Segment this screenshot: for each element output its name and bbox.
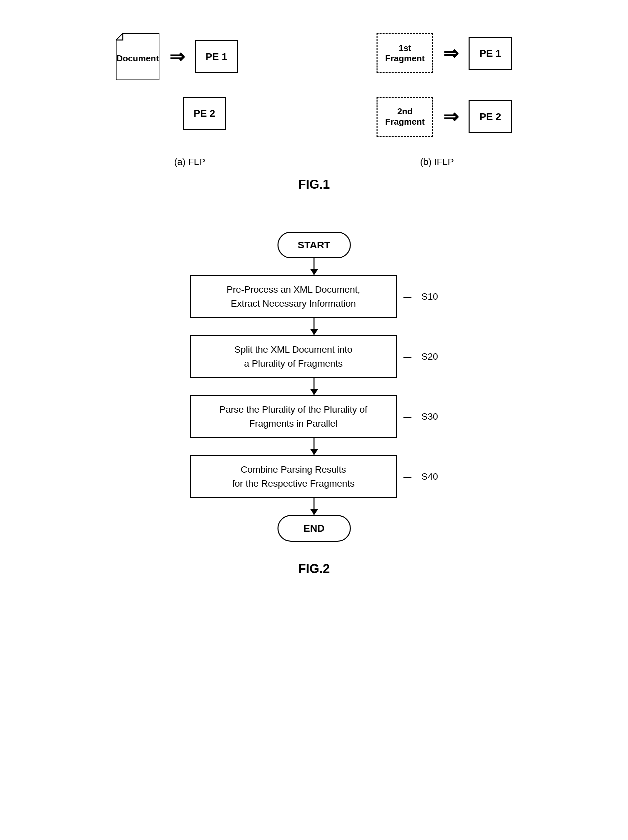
fig1-diagram: Document ⇒ PE 1 PE 2 xyxy=(27,20,601,150)
iflp-pe1-label: PE 1 xyxy=(479,48,501,59)
flp-group: Document ⇒ PE 1 PE 2 xyxy=(116,33,238,130)
fig2-section: START Pre-Process an XML Document, Extra… xyxy=(27,232,601,596)
step-row-s10: Pre-Process an XML Document, Extract Nec… xyxy=(190,275,438,318)
step-s30-text: Parse the Plurality of the Plurality of … xyxy=(220,403,367,431)
step-s40-box: Combine Parsing Results for the Respecti… xyxy=(190,455,397,498)
flp-pe2-row: PE 2 xyxy=(183,97,226,130)
step-row-s40: Combine Parsing Results for the Respecti… xyxy=(190,455,438,498)
arrow-s40-end xyxy=(313,498,315,515)
fig1-section: Document ⇒ PE 1 PE 2 xyxy=(27,20,601,212)
step-s40-label: S40 xyxy=(422,471,438,482)
iflp-arrow2: ⇒ xyxy=(443,106,459,127)
step-s20-label-group: — S20 xyxy=(403,351,438,362)
fig1-label-a: (a) FLP xyxy=(174,157,205,167)
start-box: START xyxy=(277,232,351,258)
step-s40-dash: — xyxy=(403,472,411,482)
arrow-s10-s20 xyxy=(313,318,315,335)
flp-pe1-box: PE 1 xyxy=(195,40,238,73)
flp-pe2-box: PE 2 xyxy=(183,97,226,130)
step-s30-box: Parse the Plurality of the Plurality of … xyxy=(190,395,397,438)
end-box: END xyxy=(277,515,351,542)
step-s20-box: Split the XML Document into a Plurality … xyxy=(190,335,397,378)
start-label: START xyxy=(298,239,331,251)
iflp-arrow1: ⇒ xyxy=(443,43,459,64)
iflp-row2: 2nd Fragment ⇒ PE 2 xyxy=(376,97,512,137)
page: Document ⇒ PE 1 PE 2 xyxy=(0,0,628,840)
fragment1-label: 1st Fragment xyxy=(385,43,425,64)
iflp-pe1-box: PE 1 xyxy=(468,37,512,70)
flp-pe1-label: PE 1 xyxy=(206,51,227,62)
iflp-pe2-box: PE 2 xyxy=(468,100,512,133)
flowchart: START Pre-Process an XML Document, Extra… xyxy=(164,232,464,542)
flp-pe2-label: PE 2 xyxy=(193,108,215,119)
flp-arrow: ⇒ xyxy=(169,46,185,67)
step-s10-box: Pre-Process an XML Document, Extract Nec… xyxy=(190,275,397,318)
step-s20-dash: — xyxy=(403,352,411,362)
fig1-title: FIG.1 xyxy=(27,177,601,192)
step-s10-dash: — xyxy=(403,292,411,302)
fragment2-box: 2nd Fragment xyxy=(376,97,433,137)
end-label: END xyxy=(304,523,324,534)
arrow-start-s10 xyxy=(313,258,315,275)
arrow-s30-s40 xyxy=(313,438,315,455)
step-s10-label-group: — S10 xyxy=(403,291,438,302)
fragment2-label: 2nd Fragment xyxy=(385,106,425,127)
iflp-group: 1st Fragment ⇒ PE 1 2nd Fragment ⇒ PE 2 xyxy=(376,33,512,137)
step-s20-text: Split the XML Document into a Plurality … xyxy=(234,343,353,371)
arrow-s20-s30 xyxy=(313,378,315,395)
fig1-labels: (a) FLP (b) IFLP xyxy=(27,153,601,171)
step-s40-text: Combine Parsing Results for the Respecti… xyxy=(232,463,354,491)
document-label: Document xyxy=(116,53,159,64)
fragment1-box: 1st Fragment xyxy=(376,33,433,73)
flp-row: Document ⇒ PE 1 xyxy=(116,33,238,80)
document-shape: Document xyxy=(116,33,160,80)
step-s30-dash: — xyxy=(403,412,411,422)
fig1-label-b: (b) IFLP xyxy=(420,157,454,167)
step-s40-label-group: — S40 xyxy=(403,471,438,482)
step-s30-label: S30 xyxy=(422,411,438,422)
step-s20-label: S20 xyxy=(422,351,438,362)
step-row-s20: Split the XML Document into a Plurality … xyxy=(190,335,438,378)
step-s10-text: Pre-Process an XML Document, Extract Nec… xyxy=(226,283,360,311)
step-s30-label-group: — S30 xyxy=(403,411,438,422)
step-row-s30: Parse the Plurality of the Plurality of … xyxy=(190,395,438,438)
iflp-row1: 1st Fragment ⇒ PE 1 xyxy=(376,33,512,73)
fig2-title: FIG.2 xyxy=(298,562,330,576)
iflp-pe2-label: PE 2 xyxy=(479,111,501,122)
step-s10-label: S10 xyxy=(422,291,438,302)
